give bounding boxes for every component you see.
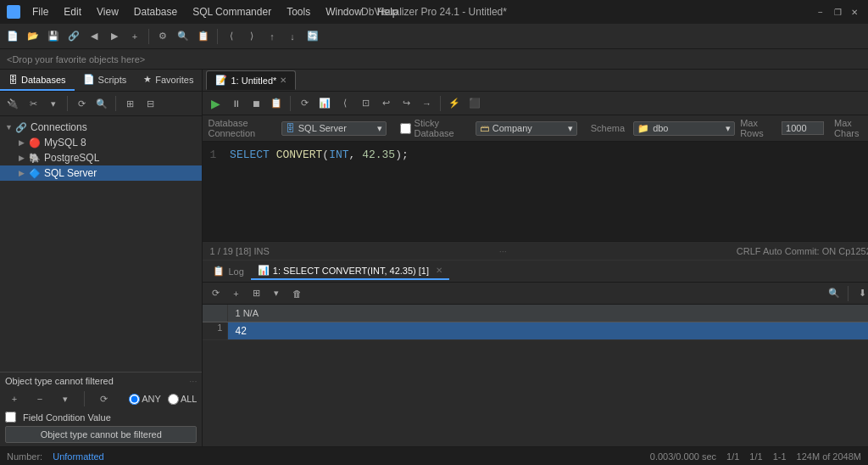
filter-button[interactable]: Object type cannot be filtered [5, 426, 197, 443]
editor-status-left: 1 / 19 [18] INS [209, 246, 269, 256]
toolbar-q-btn4[interactable]: ⟳ [295, 94, 314, 113]
db-icon: 🗃 [480, 123, 489, 133]
toolbar-q-btn9[interactable]: ↪ [397, 94, 415, 113]
toolbar-btn6[interactable]: ▶ [105, 27, 124, 46]
results-tb-search[interactable]: 🔍 [825, 284, 843, 303]
toolbar-sep2 [217, 29, 218, 44]
left-panel: 🗄 Databases 📄 Scripts ★ Favorites 🔌 ✂ ▾ … [0, 70, 203, 446]
left-toolbar-disconnect[interactable]: ✂ [24, 94, 42, 113]
left-toolbar-filter[interactable]: 🔍 [92, 94, 111, 113]
results-tb-dropdown[interactable]: ▾ [267, 284, 286, 303]
toolbar-q-btn5[interactable]: 📊 [315, 94, 334, 113]
sqlserver-icon: 🔷 [29, 168, 41, 179]
toolbar-new[interactable]: 📄 [3, 27, 22, 46]
run-button[interactable]: ▶ [206, 94, 225, 113]
number-format-value[interactable]: Unformatted [53, 451, 104, 462]
toolbar-btn10[interactable]: 📋 [194, 27, 213, 46]
grid-cell-1-1[interactable]: 42 [228, 322, 868, 339]
toolbar-btn5[interactable]: ◀ [85, 27, 103, 46]
editor-status-dots[interactable]: ··· [499, 246, 507, 256]
radio-all[interactable] [168, 394, 179, 405]
radio-any-label[interactable]: ANY [129, 394, 161, 405]
toolbar-btn15[interactable]: 🔄 [303, 27, 322, 46]
results-panel: 📋 Log 📊 1: SELECT CONVERT(INT, 42.35) [1… [203, 260, 868, 446]
radio-any[interactable] [129, 394, 140, 405]
tree-postgresql[interactable]: ▶ 🐘 PostgreSQL [0, 150, 202, 165]
toolbar-btn7[interactable]: + [125, 27, 144, 46]
toolbar-q-btn3[interactable]: 📋 [267, 94, 286, 113]
editor-status-bar: 1 / 19 [18] INS ··· CRLF Auto Commit: ON… [203, 241, 868, 260]
toolbar-q-btn7[interactable]: ⊡ [356, 94, 375, 113]
grid-row-1[interactable]: 1 42 [203, 322, 868, 340]
mysql-icon: 🔴 [29, 137, 41, 148]
left-toolbar-dropdown[interactable]: ▾ [44, 94, 63, 113]
radio-all-label[interactable]: ALL [168, 394, 198, 405]
databases-tab-label: Databases [21, 75, 66, 85]
results-tb-add[interactable]: + [226, 284, 245, 303]
connection-select[interactable]: 🗄 SQL Server ▾ [281, 121, 387, 136]
toolbar-q-btn12[interactable]: ⬛ [465, 94, 484, 113]
results-tb-refresh[interactable]: ⟳ [206, 284, 225, 303]
left-toolbar-expand[interactable]: ⊞ [120, 94, 139, 113]
tab-favorites[interactable]: ★ Favorites [135, 70, 202, 91]
result-tab-close[interactable]: ✕ [436, 266, 442, 275]
sticky-db-checkbox[interactable] [400, 123, 411, 134]
toolbar-q-btn10[interactable]: → [417, 94, 436, 113]
pos3-value: 1-1 [773, 451, 787, 462]
menu-file[interactable]: File [25, 4, 55, 20]
toolbar-btn13[interactable]: ↑ [263, 27, 281, 46]
left-toolbar-connect[interactable]: 🔌 [3, 94, 22, 113]
database-select[interactable]: 🗃 Company ▾ [476, 121, 577, 136]
maximize-button[interactable]: ❐ [831, 5, 844, 19]
schema-select[interactable]: 📁 dbo ▾ [633, 121, 735, 136]
results-tb-delete[interactable]: 🗑 [287, 284, 306, 303]
results-tb-export[interactable]: ⬇ [853, 284, 868, 303]
close-button[interactable]: ✕ [848, 5, 861, 19]
untitled-tab-close[interactable]: ✕ [280, 76, 287, 85]
menu-edit[interactable]: Edit [57, 4, 88, 20]
maxrows-input[interactable] [782, 121, 824, 135]
tab-databases[interactable]: 🗄 Databases [0, 70, 75, 91]
results-log-tab[interactable]: 📋 Log [206, 263, 250, 279]
filter-dots[interactable]: ··· [189, 376, 197, 386]
mysql-label: MySQL 8 [44, 137, 86, 148]
untitled-tab-label: 1: Untitled* [231, 76, 276, 86]
toolbar-btn8[interactable]: ⚙ [153, 27, 172, 46]
tree-mysql[interactable]: ▶ 🔴 MySQL 8 [0, 135, 202, 150]
pause-button[interactable]: ⏸ [226, 94, 245, 113]
stop-button[interactable]: ⏹ [247, 94, 265, 113]
filter-apply-btn[interactable]: ⟳ [94, 389, 113, 408]
results-data-tab[interactable]: 📊 1: SELECT CONVERT(INT, 42.35) [1] ✕ [251, 262, 449, 280]
menu-tools[interactable]: Tools [280, 4, 317, 20]
toolbar-btn9[interactable]: 🔍 [174, 27, 192, 46]
tab-untitled[interactable]: 📝 1: Untitled* ✕ [206, 70, 296, 90]
filter-add-btn[interactable]: + [5, 389, 24, 408]
tree-sqlserver[interactable]: ▶ 🔷 SQL Server [0, 165, 202, 181]
results-tb-grid[interactable]: ⊞ [247, 284, 265, 303]
toolbar-btn4[interactable]: 🔗 [64, 27, 83, 46]
minimize-button[interactable]: − [814, 5, 827, 19]
tab-scripts[interactable]: 📄 Scripts [75, 70, 136, 91]
toolbar-btn12[interactable]: ⟩ [242, 27, 261, 46]
toolbar-q-btn11[interactable]: ⚡ [445, 94, 464, 113]
filter-title-text: Object type cannot filtered [5, 376, 114, 386]
left-toolbar-refresh[interactable]: ⟳ [72, 94, 91, 113]
left-toolbar-collapse[interactable]: ⊟ [141, 94, 159, 113]
menu-sql-commander[interactable]: SQL Commander [186, 4, 278, 20]
left-sep2 [115, 96, 116, 111]
filter-remove-btn[interactable]: − [31, 389, 49, 408]
favorites-tab-icon: ★ [143, 74, 152, 85]
toolbar-btn11[interactable]: ⟨ [222, 27, 241, 46]
toolbar-save[interactable]: 💾 [44, 27, 63, 46]
menu-database[interactable]: Database [127, 4, 184, 20]
connections-expand-icon: ▼ [5, 123, 14, 132]
toolbar-q-btn6[interactable]: ⟨ [336, 94, 354, 113]
menu-view[interactable]: View [90, 4, 125, 20]
toolbar-btn14[interactable]: ↓ [283, 27, 302, 46]
field-condition-checkbox[interactable] [5, 412, 16, 423]
main-toolbar: 📄 📂 💾 🔗 ◀ ▶ + ⚙ 🔍 📋 ⟨ ⟩ ↑ ↓ 🔄 [0, 24, 868, 49]
filter-dropdown-btn[interactable]: ▾ [56, 389, 75, 408]
toolbar-q-btn8[interactable]: ↩ [376, 94, 395, 113]
toolbar-open[interactable]: 📂 [24, 27, 42, 46]
sql-editor[interactable]: 1 SELECT CONVERT(INT, 42.35); [203, 142, 868, 241]
